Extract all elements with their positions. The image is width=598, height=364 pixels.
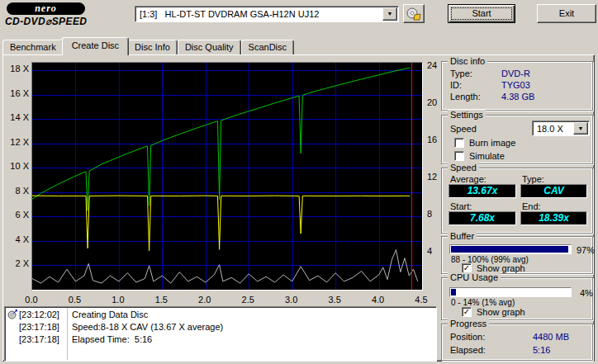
tab-scandisc[interactable]: ScanDisc xyxy=(241,40,294,54)
cpu-range: 0 - 14% (1% avg) xyxy=(451,298,515,307)
status-log: [23:12:02] Creating Data Disc [23:17:18]… xyxy=(4,306,437,362)
logo-product-text: CD-DVD⌀SPEED xyxy=(5,16,87,27)
speed-type-value: CAV xyxy=(520,184,587,198)
average-speed-value: 13.67x xyxy=(448,184,516,198)
series-requested-speed xyxy=(32,196,410,251)
log-time: [23:17:18] xyxy=(19,322,59,332)
position-value: 4480 MB xyxy=(533,332,569,342)
chevron-down-icon: ▼ xyxy=(574,123,587,134)
average-label: Average: xyxy=(450,174,486,184)
log-time: [23:17:18] xyxy=(19,334,59,344)
speed-group: Speed Average: Type: 13.67x CAV Start: E… xyxy=(441,168,593,234)
tab-disc-quality[interactable]: Disc Quality xyxy=(178,40,241,54)
settings-title: Settings xyxy=(448,110,486,121)
chart-canvas xyxy=(32,63,422,290)
buffer-progress-bar xyxy=(449,244,572,254)
series-cpu-usage xyxy=(32,250,418,284)
log-message: Elapsed Time: 5:16 xyxy=(72,334,152,344)
start-button[interactable]: Start xyxy=(448,4,515,23)
tab-benchmark[interactable]: Benchmark xyxy=(2,40,64,54)
log-message: Speed:8-18 X CAV (13.67 X average) xyxy=(72,322,223,332)
start-speed-value: 7.68x xyxy=(448,211,516,225)
series-write-speed xyxy=(32,68,410,210)
cpu-percent: 4% xyxy=(580,288,593,298)
speed-select[interactable]: 18.0 X ▼ xyxy=(532,121,590,136)
checkmark-icon: ✓ xyxy=(463,264,471,272)
speed-setting-label: Speed xyxy=(450,124,477,134)
start-button-label: Start xyxy=(448,5,515,22)
buffer-title: Buffer xyxy=(448,231,477,242)
burn-image-checkbox[interactable] xyxy=(454,138,464,148)
progress-title: Progress xyxy=(448,319,489,329)
drive-tray-button[interactable] xyxy=(403,4,425,23)
cpu-show-graph-label: Show graph xyxy=(477,307,525,317)
elapsed-value: 5:16 xyxy=(533,345,550,355)
nero-brand-text: nero xyxy=(35,2,57,14)
start-speed-label: Start: xyxy=(450,201,472,211)
cpu-usage-title: CPU Usage xyxy=(448,272,501,283)
chevron-down-icon: ▼ xyxy=(383,8,396,19)
disc-info-group: Disc info Type: DVD-R ID: TYG03 Length: … xyxy=(441,61,593,111)
cpu-show-graph-checkbox[interactable]: ✓ xyxy=(462,307,472,317)
log-message: Creating Data Disc xyxy=(72,310,148,319)
end-speed-label: End: xyxy=(522,201,541,211)
position-label: Position: xyxy=(450,332,485,342)
simulate-checkbox[interactable] xyxy=(454,151,464,161)
disc-type-label: Type: xyxy=(450,69,472,78)
progress-group: Progress Position: 4480 MB Elapsed: 5:16 xyxy=(441,324,593,361)
nero-cd-dvd-speed-window: nero CD-DVD⌀SPEED [1:3] HL-DT-ST DVDRAM … xyxy=(0,0,598,364)
disc-info-title: Disc info xyxy=(448,56,487,67)
disc-type-value: DVD-R xyxy=(501,69,530,78)
disc-length-label: Length: xyxy=(450,92,481,102)
drive-select[interactable]: [1:3] HL-DT-ST DVDRAM GSA-H12N UJ12 ▼ xyxy=(135,6,399,22)
log-row: [23:12:02] Creating Data Disc xyxy=(5,310,436,321)
disc-write-icon xyxy=(7,310,18,320)
type-label: Type: xyxy=(522,174,544,184)
speed-select-arrow-button[interactable]: ▼ xyxy=(573,122,588,135)
exit-button-label: Exit xyxy=(538,5,596,22)
log-row: [23:17:18] Elapsed Time: 5:16 xyxy=(5,334,436,346)
cpu-usage-group: CPU Usage 4% 0 - 14% (1% avg) ✓ Show gra… xyxy=(441,277,593,320)
elapsed-label: Elapsed: xyxy=(450,345,486,355)
cpu-progress-bar xyxy=(449,287,572,297)
cpu-progress-fill xyxy=(451,289,456,295)
buffer-progress-fill xyxy=(451,246,568,253)
disc-length-value: 4.38 GB xyxy=(501,92,534,102)
log-row: [23:17:18] Speed:8-18 X CAV (13.67 X ave… xyxy=(5,322,436,333)
end-speed-value: 18.39x xyxy=(520,211,587,225)
drive-select-value: [1:3] HL-DT-ST DVDRAM GSA-H12N UJ12 xyxy=(140,9,319,19)
nero-brand: nero xyxy=(7,2,85,15)
burn-image-label: Burn image xyxy=(469,138,515,148)
drive-select-arrow-button[interactable]: ▼ xyxy=(382,7,397,21)
exit-button[interactable]: Exit xyxy=(537,4,596,23)
simulate-label: Simulate xyxy=(469,151,505,161)
buffer-group: Buffer 97% 88 - 100% (99% avg) ✓ Show gr… xyxy=(441,236,593,274)
disc-id-value: TYG03 xyxy=(501,80,530,90)
speed-chart xyxy=(31,62,423,291)
checkmark-icon: ✓ xyxy=(463,308,471,315)
speed-group-title: Speed xyxy=(448,163,479,173)
disc-id-label: ID: xyxy=(450,80,462,90)
tab-strip: BenchmarkCreate DiscDisc InfoDisc Qualit… xyxy=(2,37,294,55)
settings-group: Settings Speed 18.0 X ▼ Burn image Simul… xyxy=(441,115,593,164)
tab-disc-info[interactable]: Disc Info xyxy=(127,40,178,54)
hand-disc-icon xyxy=(406,7,422,21)
log-time: [23:12:02] xyxy=(19,310,59,319)
buffer-percent: 97% xyxy=(577,245,595,255)
tab-create-disc[interactable]: Create Disc xyxy=(62,37,129,55)
speed-select-value: 18.0 X xyxy=(537,124,563,134)
